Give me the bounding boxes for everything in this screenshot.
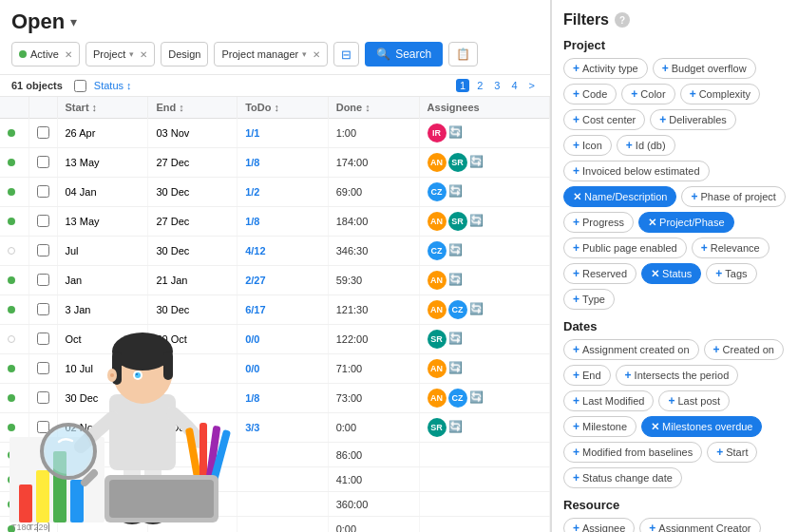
table-row[interactable]: 13 May 27 Dec 1/8 184:00 ANSR🔄: [0, 207, 550, 237]
chip-assignee[interactable]: +Assignee: [563, 518, 635, 532]
check-cell[interactable]: [28, 148, 57, 178]
check-cell[interactable]: [28, 467, 57, 492]
chip-project/phase[interactable]: ✕Project/Phase: [638, 212, 733, 233]
chip-id-(db)[interactable]: +Id (db): [617, 135, 675, 156]
table-row[interactable]: 10 Jul 0/0 71:00 AN🔄: [0, 354, 550, 384]
table-row[interactable]: 0:00: [0, 517, 550, 533]
chip-activity-type[interactable]: +Activity type: [563, 58, 648, 79]
chip-complexity[interactable]: +Complexity: [680, 84, 760, 104]
table-row[interactable]: 41:00: [0, 467, 550, 492]
status-filter-chip[interactable]: Active ✕: [11, 42, 80, 66]
chip-relevance[interactable]: +Relevance: [692, 238, 770, 258]
row-checkbox[interactable]: [37, 332, 49, 345]
table-row[interactable]: 02 Nov 21 Oct 3/3 0:00 SR🔄: [0, 413, 550, 443]
table-row[interactable]: 3 Jan 30 Dec 6/17 121:30 ANCZ🔄: [0, 295, 550, 325]
row-checkbox[interactable]: [37, 274, 49, 286]
check-cell[interactable]: [28, 207, 57, 237]
row-checkbox[interactable]: [37, 472, 49, 484]
search-button[interactable]: 🔍 Search: [365, 42, 443, 66]
chip-assignment-created-on[interactable]: +Assignment created on: [563, 339, 699, 360]
col-start-header[interactable]: Start ↕: [57, 97, 148, 119]
chevron-down-icon[interactable]: ▾: [70, 14, 77, 29]
table-row[interactable]: Jan 21 Jan 2/27 59:30 AN🔄: [0, 266, 550, 295]
chip-last-post[interactable]: +Last post: [658, 390, 730, 411]
row-checkbox[interactable]: [37, 447, 49, 460]
row-checkbox[interactable]: [37, 391, 49, 404]
check-cell[interactable]: [28, 325, 57, 354]
check-cell[interactable]: [28, 443, 57, 467]
chip-deliverables[interactable]: +Deliverables: [650, 109, 736, 130]
row-checkbox[interactable]: [37, 156, 49, 168]
export-button[interactable]: 📋: [448, 42, 478, 66]
page-4-button[interactable]: 4: [507, 79, 521, 92]
check-cell[interactable]: [28, 384, 57, 413]
chip-remove-icon[interactable]: ✕: [648, 217, 656, 229]
role-close-icon[interactable]: ✕: [313, 49, 320, 60]
chip-end[interactable]: +End: [563, 365, 611, 386]
col-done-header[interactable]: Done ↕: [328, 97, 419, 119]
chip-start[interactable]: +Start: [707, 442, 757, 463]
check-cell[interactable]: [28, 178, 57, 207]
row-checkbox[interactable]: [37, 497, 49, 509]
check-cell[interactable]: [28, 492, 57, 517]
filter-funnel-button[interactable]: ⊟: [333, 42, 359, 66]
chip-remove-icon[interactable]: ✕: [573, 191, 581, 203]
table-row[interactable]: Jul 30 Dec 4/12 346:30 CZ🔄: [0, 237, 550, 266]
chip-color[interactable]: +Color: [621, 84, 674, 104]
chip-tags[interactable]: +Tags: [706, 263, 756, 284]
check-cell[interactable]: [28, 119, 57, 148]
chip-cost-center[interactable]: +Cost center: [563, 109, 645, 130]
table-row[interactable]: 360:00: [0, 492, 550, 517]
page-3-button[interactable]: 3: [490, 79, 504, 92]
chip-code[interactable]: +Code: [563, 84, 617, 104]
chip-status[interactable]: ✕Status: [641, 263, 701, 284]
select-all-checkbox[interactable]: [74, 80, 86, 92]
row-checkbox[interactable]: [37, 522, 49, 532]
table-row[interactable]: 04 Jan 30 Dec 1/2 69:00 CZ🔄: [0, 178, 550, 207]
chip-public-page-enabled[interactable]: +Public page enabled: [563, 238, 687, 258]
check-cell[interactable]: [28, 354, 57, 384]
chip-milestone[interactable]: +Milestone: [563, 416, 636, 437]
page-next-button[interactable]: >: [525, 79, 539, 92]
chip-name/description[interactable]: ✕Name/Description: [563, 186, 676, 207]
check-cell[interactable]: [28, 237, 57, 266]
table-row[interactable]: 13 May 27 Dec 1/8 174:00 ANSR🔄: [0, 148, 550, 178]
chip-budget-overflow[interactable]: +Budget overflow: [653, 58, 756, 79]
chip-invoiced-below-estimated[interactable]: +Invoiced below estimated: [563, 161, 710, 181]
page-1-button[interactable]: 1: [456, 79, 469, 92]
project-filter-chip[interactable]: Project ▾ ✕: [86, 42, 155, 66]
chip-intersects-the-period[interactable]: +Intersects the period: [616, 365, 739, 386]
check-cell[interactable]: [28, 295, 57, 325]
role-filter-chip[interactable]: Project manager ▾ ✕: [214, 42, 328, 66]
chip-assignment-creator[interactable]: +Assignment Creator: [639, 518, 760, 532]
chip-icon[interactable]: +Icon: [563, 135, 612, 156]
chip-type[interactable]: +Type: [563, 289, 615, 310]
chip-status-change-date[interactable]: +Status change date: [563, 467, 682, 488]
chip-phase-of-project[interactable]: +Phase of project: [681, 186, 786, 207]
table-row[interactable]: Oct 30 Oct 0/0 122:00 SR🔄: [0, 325, 550, 354]
table-row[interactable]: 26 Apr 03 Nov 1/1 1:00 IR🔄: [0, 119, 550, 148]
check-cell[interactable]: [28, 413, 57, 443]
row-checkbox[interactable]: [37, 303, 49, 315]
check-cell[interactable]: [28, 266, 57, 295]
row-checkbox[interactable]: [37, 362, 49, 374]
chip-reserved[interactable]: +Reserved: [563, 263, 636, 284]
chip-last-modified[interactable]: +Last Modified: [563, 390, 654, 411]
col-todo-header[interactable]: ToDo ↕: [238, 97, 329, 119]
table-row[interactable]: 17 Jan 86:00: [0, 443, 550, 467]
check-cell[interactable]: [28, 517, 57, 533]
chip-remove-icon[interactable]: ✕: [651, 268, 659, 280]
col-end-header[interactable]: End ↕: [148, 97, 238, 119]
row-checkbox[interactable]: [37, 244, 49, 256]
chip-modified-from-baselines[interactable]: +Modified from baselines: [563, 442, 702, 463]
help-icon[interactable]: ?: [615, 12, 630, 28]
row-checkbox[interactable]: [37, 126, 49, 139]
row-checkbox[interactable]: [37, 185, 49, 198]
chip-milestones-overdue[interactable]: ✕Milestones overdue: [641, 416, 762, 437]
table-row[interactable]: 30 Dec 1/8 73:00 ANCZ🔄: [0, 384, 550, 413]
chip-created-on[interactable]: +Created on: [704, 339, 784, 360]
row-checkbox[interactable]: [37, 215, 49, 227]
chip-progress[interactable]: +Progress: [563, 212, 634, 233]
status-sort-label[interactable]: Status ↕: [94, 80, 132, 91]
chip-remove-icon[interactable]: ✕: [651, 421, 659, 433]
